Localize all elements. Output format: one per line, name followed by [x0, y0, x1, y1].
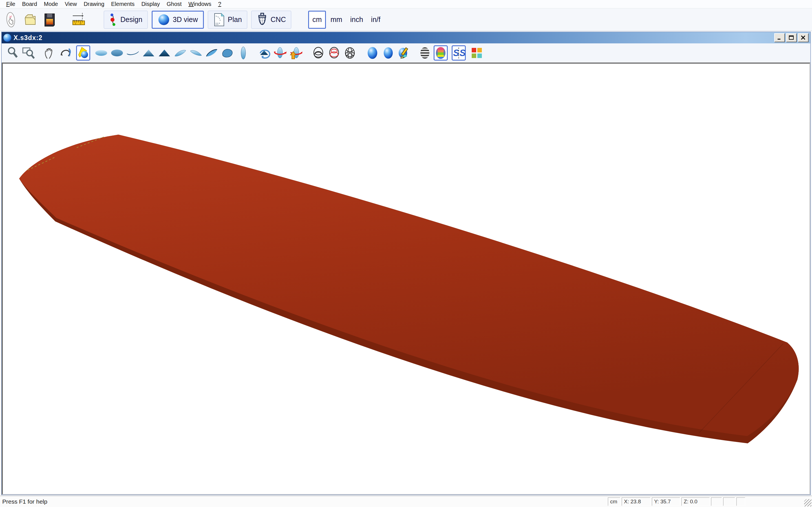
- resize-grip[interactable]: [804, 499, 811, 506]
- view-tail-icon: [158, 48, 171, 57]
- 3d-view-mode-button[interactable]: 3D view: [152, 11, 204, 29]
- rotate-3d-button[interactable]: [58, 45, 72, 61]
- unit-selector: cm mm inch in/f: [308, 11, 384, 29]
- dimensions-button[interactable]: 10: [71, 11, 87, 29]
- view-perspective-1-button[interactable]: [173, 45, 187, 61]
- 3d-view-mode-label: 3D view: [173, 15, 198, 24]
- menu-view[interactable]: View: [61, 1, 80, 7]
- plan-mode-label: Plan: [228, 15, 242, 24]
- render-zebra-button[interactable]: [418, 45, 432, 61]
- menu-drawing[interactable]: Drawing: [80, 1, 108, 7]
- status-x-coordinate: X: 23.8: [622, 497, 651, 506]
- rotate-board-up-button[interactable]: [289, 45, 303, 61]
- viewport-canvas[interactable]: [2, 62, 810, 495]
- view-toolbar: S S: [2, 43, 810, 62]
- surfboard-deck: [19, 135, 799, 436]
- cnc-mode-button[interactable]: CNC: [251, 11, 291, 29]
- wireframe-mesh-icon: [344, 46, 356, 60]
- rotate-3d-icon: [59, 47, 71, 59]
- view-deck-button[interactable]: [94, 45, 108, 61]
- document-title: X.s3dx:2: [13, 34, 43, 42]
- unit-cm[interactable]: cm: [308, 11, 326, 29]
- maximize-button[interactable]: [786, 33, 797, 42]
- rotate-board-icon: [273, 47, 287, 59]
- view-nose-button[interactable]: [142, 45, 156, 61]
- close-button[interactable]: [798, 33, 809, 42]
- flip-view-icon: [257, 47, 271, 59]
- render-curvature-button[interactable]: [434, 45, 448, 61]
- unit-inf[interactable]: in/f: [368, 11, 384, 29]
- design-mode-button[interactable]: Design: [104, 11, 148, 29]
- lighting-icon: [77, 47, 89, 59]
- status-z-coordinate: Z: 0.0: [681, 497, 710, 506]
- rotate-board-up-icon: [289, 47, 303, 59]
- wireframe-mesh-button[interactable]: [343, 45, 357, 61]
- status-unit: cm: [608, 497, 620, 506]
- close-icon: [801, 35, 806, 40]
- menu-board[interactable]: Board: [18, 1, 40, 7]
- zoom-icon: [7, 47, 18, 59]
- view-tail-button[interactable]: [157, 45, 171, 61]
- view-perspective-3-button[interactable]: [205, 45, 219, 61]
- open-file-button[interactable]: [22, 11, 38, 29]
- view-perspective-3-icon: [205, 48, 218, 58]
- minimize-button[interactable]: [774, 33, 785, 42]
- open-folder-icon: [23, 12, 38, 27]
- view-bottom-button[interactable]: [110, 45, 124, 61]
- color-palette-button[interactable]: [470, 45, 484, 61]
- symmetry-icon: S S: [453, 47, 465, 59]
- zoom-window-button[interactable]: [21, 45, 36, 61]
- menu-mode[interactable]: Mode: [41, 1, 61, 7]
- menu-display[interactable]: Display: [138, 1, 163, 7]
- plan-document-icon: [213, 13, 225, 27]
- zoom-button[interactable]: [6, 45, 20, 61]
- view-profile-button[interactable]: [236, 45, 250, 61]
- view-perspective-2-icon: [190, 48, 202, 58]
- unit-mm[interactable]: mm: [327, 11, 346, 29]
- menu-elements[interactable]: Elements: [108, 1, 138, 7]
- save-floppy-icon: [43, 12, 57, 27]
- status-y-coordinate: Y: 35.7: [652, 497, 680, 506]
- lighting-button[interactable]: [76, 45, 90, 61]
- view-rocker-button[interactable]: [126, 45, 140, 61]
- pan-button[interactable]: [42, 45, 56, 61]
- view-deck-icon: [95, 49, 108, 57]
- document-titlebar[interactable]: X.s3dx:2: [2, 32, 810, 43]
- view-perspective-4-button[interactable]: [220, 45, 235, 61]
- minimize-icon: [777, 35, 782, 40]
- view-perspective-2-button[interactable]: [189, 45, 203, 61]
- render-curvature-icon: [435, 46, 447, 60]
- render-smooth-button[interactable]: [381, 45, 395, 61]
- render-shaded-icon: [366, 46, 378, 60]
- wireframe-slices-button[interactable]: [327, 45, 341, 61]
- view-profile-icon: [240, 46, 246, 60]
- view-nose-icon: [142, 48, 155, 57]
- status-bar: Press F1 for help cm X: 23.8 Y: 35.7 Z: …: [0, 496, 812, 507]
- svg-text:S: S: [460, 48, 465, 58]
- render-shaded-button[interactable]: [365, 45, 379, 61]
- symmetry-button[interactable]: S S: [452, 45, 466, 61]
- menu-file[interactable]: File: [3, 1, 18, 7]
- wireframe-slices-icon: [328, 46, 340, 60]
- menu-ghost[interactable]: Ghost: [163, 1, 185, 7]
- menu-help[interactable]: ?: [214, 1, 224, 7]
- document-icon: [3, 34, 11, 42]
- status-help-text: Press F1 for help: [2, 498, 47, 505]
- surfboard-3d-render: [3, 64, 809, 494]
- wireframe-button[interactable]: [311, 45, 325, 61]
- design-nodes-icon: [109, 13, 117, 26]
- save-file-button[interactable]: [42, 11, 57, 29]
- cnc-bit-icon: [257, 13, 268, 27]
- view-perspective-4-icon: [221, 48, 234, 58]
- rotate-board-button[interactable]: [273, 45, 287, 61]
- new-board-button[interactable]: [3, 11, 19, 29]
- application-window: File Board Mode View Drawing Elements Di…: [0, 0, 812, 507]
- flip-view-button[interactable]: [257, 45, 271, 61]
- pan-hand-icon: [43, 47, 56, 59]
- plan-mode-button[interactable]: Plan: [208, 11, 247, 29]
- sphere-icon: [158, 13, 170, 26]
- svg-text:1: 1: [75, 22, 76, 25]
- unit-inch[interactable]: inch: [347, 11, 366, 29]
- menu-windows[interactable]: Windows: [185, 1, 214, 7]
- render-painted-button[interactable]: [397, 45, 411, 61]
